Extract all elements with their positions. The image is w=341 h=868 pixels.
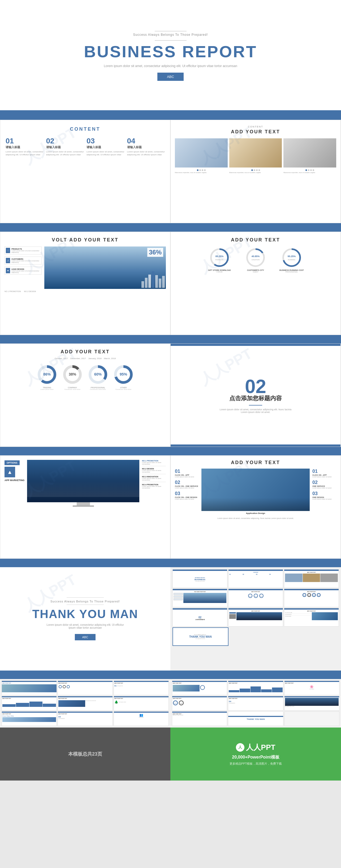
thumb-8-opt bbox=[229, 612, 236, 614]
thumb-3[interactable]: ADD YOUR TEXT bbox=[284, 569, 339, 588]
thumb-thankyou[interactable]: Success Always Belongs... THANK YOU MAN … bbox=[172, 627, 228, 646]
thumb-6-d4: 95% bbox=[317, 593, 321, 597]
app-list-item-3: NO.3 INNOVATION Lorem ipsum dolor sit am… bbox=[142, 476, 166, 482]
mini-l7[interactable]: ADD YOUR TEXT 01 Lorem · 02 Ipsum · 03 D… bbox=[2, 711, 57, 726]
circle-sublabel-2: AGENT bbox=[239, 271, 272, 273]
mini-r8[interactable]: THANK YOU MAN bbox=[228, 711, 283, 726]
slide-row-2: 人人PPT VOLT ADD YOUR TEXT □ PRODUCTS Lore… bbox=[0, 231, 341, 335]
mini-l5[interactable]: ADD YOUR TEXT Lorem ipsum text content h… bbox=[58, 696, 113, 711]
donuts-container: 86% TRADING Lorem ipsum dolor 38% COMPAN… bbox=[4, 364, 166, 390]
mini-r3-title: ADD YOUR TEXT bbox=[284, 682, 339, 684]
mini-r2-b1 bbox=[229, 690, 239, 692]
donut-svg-2: 38% bbox=[62, 364, 83, 385]
mini-r4[interactable]: ADD YOUR TEXT 86% 38% bbox=[172, 696, 227, 711]
thumb-ty-desc: Lorem ipsum dolor sit amet... bbox=[195, 638, 206, 639]
donut-label-3: PROFESSIONAL bbox=[87, 387, 109, 389]
device-left-item-2: 02 CLICK ON - ONE SERVICE Lorem ipsum do… bbox=[175, 480, 199, 489]
circle-label-2: CUSTOMER'S CITY bbox=[239, 269, 272, 271]
mini-l5-text: Lorem ipsum text content here bbox=[85, 700, 112, 707]
mini-r1-svg bbox=[200, 685, 205, 690]
bar-7 bbox=[162, 276, 165, 288]
mini-l4-b2 bbox=[16, 703, 29, 707]
volt-sublabel-2: Lorem ipsum dolor sit amet consectetur a… bbox=[11, 260, 40, 263]
mini-r4-c1: 86% bbox=[173, 700, 178, 706]
thumb-4[interactable]: VOLT ADD YOUR TEXT bbox=[172, 589, 227, 607]
thumb-placeholder bbox=[229, 627, 339, 646]
mini-r3[interactable]: ADD YOUR TEXT 🌸 Lorem ipsum bbox=[284, 681, 339, 695]
device-left-text-1: Lorem ipsum dolor sit amet bbox=[175, 476, 199, 477]
app-list-label-4: NO.4 PROMOTION bbox=[142, 484, 166, 486]
thumb-7[interactable]: 02 点击添加您标题内容 bbox=[172, 608, 227, 626]
thumb-5[interactable]: ADD YOUR TEXT 85% 40% 95% bbox=[228, 589, 283, 607]
separator-bar-2 bbox=[0, 223, 341, 231]
mini-r6[interactable]: APP MARKETING monitor bbox=[284, 696, 339, 711]
mini-l9-text: Lorem ipsum bbox=[114, 717, 168, 718]
bottom-accent bbox=[171, 444, 340, 446]
dot bbox=[308, 169, 309, 171]
mini-l4-b3 bbox=[29, 702, 43, 707]
mini-l1-title: ADD YOUR TEXT bbox=[2, 682, 57, 684]
mini-l4[interactable]: ADD YOUR TEXT bbox=[2, 696, 57, 711]
mini-l9[interactable]: 👥 Lorem ipsum bbox=[114, 711, 169, 726]
mini-l1[interactable]: ADD YOUR TEXT bbox=[2, 681, 57, 695]
svg-text:60%: 60% bbox=[313, 595, 314, 596]
device-right-text-3: Lorem ipsum dolor sit amet bbox=[312, 498, 336, 500]
thumb-9[interactable]: ADD YOUR TEXT 01 CLICK ON - APP 02 ONE S… bbox=[284, 608, 339, 626]
mini-l7-items: 01 Lorem · 02 Ipsum · 03 Dolor bbox=[2, 716, 56, 717]
thumb-6[interactable]: ADD YOUR TEXT 86% 38% 60% 95% bbox=[284, 589, 339, 607]
app-list-label-3: NO.3 INNOVATION bbox=[142, 476, 166, 477]
mini-l2[interactable]: ADD YOUR TEXT bbox=[58, 681, 113, 695]
content-col-3: 03 请输入标题 Lorem ipsum dolor sit amet, con… bbox=[86, 137, 124, 156]
app-top: OPTIONS ▲ APP MARKETING NO.1 PROMOTION L… bbox=[4, 460, 166, 507]
monitor-base bbox=[73, 505, 94, 507]
mini-r2-bars bbox=[229, 685, 282, 692]
circles-title: ADD YOUR TEXT bbox=[175, 237, 336, 243]
mini-r2-b2 bbox=[239, 688, 250, 692]
device-left-label-1: CLICK ON - APP bbox=[175, 474, 199, 476]
svg-point-40 bbox=[67, 685, 69, 688]
mini-l8[interactable]: ADD YOUR TEXT 04 点击添加标题内容 bbox=[58, 711, 113, 726]
mini-l3[interactable]: ADD YOUR TEXT 01 Lorem ipsum text bbox=[114, 681, 169, 695]
mini-l8-title: ADD YOUR TEXT bbox=[58, 713, 113, 715]
app-list-text-3: Lorem ipsum dolor sit amet consectetur bbox=[142, 477, 166, 481]
mini-r1[interactable]: ADD YOUR TEXT bbox=[172, 681, 227, 695]
thumb-4-box3 bbox=[174, 598, 183, 600]
thumb-2-content: CONTENT 01 02 03 04 bbox=[228, 571, 283, 588]
mini-l6-text: Lorem ipsum content bbox=[119, 702, 126, 703]
col3-num: 03 bbox=[86, 137, 124, 145]
mini-l5-content: Lorem ipsum text content here bbox=[58, 700, 113, 707]
mini-l5-img bbox=[58, 700, 85, 707]
thankyou-divider bbox=[66, 604, 104, 605]
thumb-7-text: 点击添加您标题内容 bbox=[195, 619, 205, 620]
donut-3: 60% PROFESSIONAL Consecutur amet dolor bbox=[87, 364, 109, 390]
circle-label-3: BUSINESS RUNNING COST bbox=[276, 269, 308, 271]
heading-divider bbox=[249, 405, 262, 405]
mini-l4-bars bbox=[2, 700, 56, 707]
thumb-2-title: CONTENT bbox=[229, 572, 282, 573]
circles-slide: 人人PPT ADD YOUR TEXT 85.25% FINANCIAL GIF… bbox=[170, 231, 341, 335]
thankyou-button[interactable]: ABC bbox=[75, 634, 96, 640]
mini-r7[interactable]: ADD YOUR TEXT Application Design descrip… bbox=[172, 711, 227, 726]
thumb-8[interactable]: ADD YOUR TEXT bbox=[228, 608, 283, 626]
thumb-1[interactable]: BUSINESS REPORT BUSINESS Lorem ipsum dol… bbox=[172, 569, 227, 588]
photo-1 bbox=[175, 138, 228, 167]
cover-button[interactable]: ABC bbox=[158, 73, 183, 81]
mini-r1-img bbox=[173, 685, 200, 691]
app-list-item-2: NO.2 DESIGN Lorem ipsum dolor sit amet c… bbox=[142, 468, 166, 474]
svg-text:95%: 95% bbox=[120, 372, 127, 376]
monitor-area bbox=[27, 460, 139, 507]
thumb-4-box1 bbox=[174, 593, 183, 595]
device-right-text-2: Lorem ipsum dolor sit amet bbox=[312, 487, 336, 489]
thumb-2[interactable]: CONTENT 01 02 03 04 bbox=[228, 569, 283, 588]
mini-r6-content: APP MARKETING monitor bbox=[284, 697, 339, 707]
photo-3 bbox=[283, 138, 336, 167]
bar-5 bbox=[155, 275, 158, 288]
heading-main: 点击添加您标题内容 bbox=[229, 394, 282, 402]
volt-item-2: 人 CUSTOMERS Lorem ipsum dolor sit amet c… bbox=[4, 256, 42, 265]
mini-r2[interactable]: ADD YOUR TEXT bbox=[228, 681, 283, 695]
svg-text:38%: 38% bbox=[69, 372, 77, 376]
mini-l6[interactable]: ADD YOUR TEXT 🌲 Lorem ipsum content bbox=[114, 696, 169, 711]
mini-r5[interactable]: ADD YOUR TEXT 04 点击添加标题内容 bbox=[228, 696, 283, 711]
thankyou-slide: 人人PPT Success Always Belongs To Those Pr… bbox=[0, 567, 170, 671]
cover-title: BUSINESS REPORT bbox=[84, 42, 257, 61]
